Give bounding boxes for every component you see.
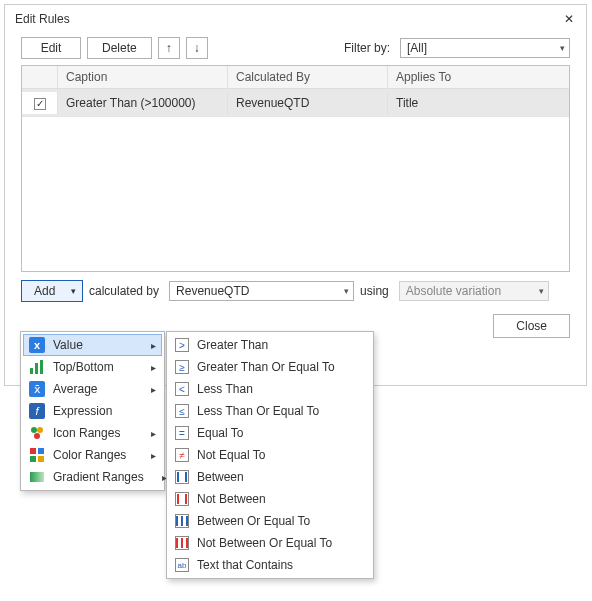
svg-rect-0 — [30, 368, 33, 374]
svg-rect-2 — [40, 360, 43, 374]
between-icon — [175, 470, 189, 484]
less-than-icon: < — [175, 382, 189, 396]
svg-rect-19 — [181, 538, 183, 548]
chevron-right-icon: ▸ — [151, 428, 156, 439]
greater-than-equal-icon: ≥ — [175, 360, 189, 374]
not-equal-icon: ≠ — [175, 448, 189, 462]
chevron-right-icon: ▸ — [151, 362, 156, 373]
svg-rect-12 — [185, 472, 187, 482]
svg-rect-14 — [185, 494, 187, 504]
grid-header-applies: Applies To — [388, 66, 569, 88]
using-label: using — [360, 284, 389, 298]
gradient-ranges-icon — [29, 469, 45, 485]
close-button[interactable]: Close — [493, 314, 570, 338]
delete-button[interactable]: Delete — [87, 37, 152, 59]
dialog-title: Edit Rules — [15, 12, 70, 26]
add-button[interactable]: Add ▾ — [21, 280, 83, 302]
row-calc: RevenueQTD — [228, 92, 388, 114]
menu-item-gradient-ranges[interactable]: Gradient Ranges ▸ — [23, 466, 162, 488]
chevron-down-icon: ▾ — [71, 286, 76, 296]
row-caption: Greater Than (>100000) — [58, 92, 228, 114]
expression-icon: f — [29, 403, 45, 419]
edit-button[interactable]: Edit — [21, 37, 81, 59]
submenu-not-equal-to[interactable]: ≠ Not Equal To — [169, 444, 371, 466]
svg-point-5 — [34, 433, 40, 439]
menu-item-average[interactable]: x̄ Average ▸ — [23, 378, 162, 400]
filter-by-value: [All] — [407, 41, 427, 55]
grid-header-calc: Calculated By — [228, 66, 388, 88]
greater-than-icon: > — [175, 338, 189, 352]
menu-item-expression[interactable]: f Expression — [23, 400, 162, 422]
svg-rect-13 — [177, 494, 179, 504]
checkbox-checked-icon[interactable]: ✓ — [34, 98, 46, 110]
calculated-by-select[interactable]: RevenueQTD ▾ — [169, 281, 354, 301]
row-checkbox-cell[interactable]: ✓ — [22, 92, 58, 114]
svg-rect-1 — [35, 363, 38, 374]
svg-rect-17 — [186, 516, 188, 526]
equal-icon: = — [175, 426, 189, 440]
row-applies: Title — [388, 92, 569, 114]
toolbar: Edit Delete ↑ ↓ Filter by: [All] ▾ — [5, 33, 586, 65]
add-menu: x Value ▸ Top/Bottom ▸ x̄ Average ▸ f Ex… — [20, 331, 165, 491]
move-up-button[interactable]: ↑ — [158, 37, 180, 59]
svg-rect-16 — [181, 516, 183, 526]
grid-header: Caption Calculated By Applies To — [22, 66, 569, 89]
chevron-right-icon: ▸ — [151, 340, 156, 351]
chevron-down-icon: ▾ — [560, 43, 565, 53]
svg-rect-10 — [30, 472, 44, 482]
submenu-not-between-or-equal[interactable]: Not Between Or Equal To — [169, 532, 371, 554]
calculated-by-value: RevenueQTD — [176, 284, 249, 298]
chevron-down-icon: ▾ — [344, 286, 349, 296]
submenu-less-than[interactable]: < Less Than — [169, 378, 371, 400]
filter-by-label: Filter by: — [344, 41, 390, 55]
menu-item-topbottom[interactable]: Top/Bottom ▸ — [23, 356, 162, 378]
svg-rect-11 — [177, 472, 179, 482]
menu-item-color-ranges[interactable]: Color Ranges ▸ — [23, 444, 162, 466]
grid-header-check — [22, 66, 58, 88]
filter-by-select[interactable]: [All] ▾ — [400, 38, 570, 58]
rules-grid: Caption Calculated By Applies To ✓ Great… — [21, 65, 570, 272]
svg-point-3 — [31, 427, 37, 433]
using-select: Absolute variation ▾ — [399, 281, 549, 301]
icon-ranges-icon — [29, 425, 45, 441]
submenu-equal-to[interactable]: = Equal To — [169, 422, 371, 444]
svg-rect-20 — [186, 538, 188, 548]
not-between-icon — [175, 492, 189, 506]
value-submenu: > Greater Than ≥ Greater Than Or Equal T… — [166, 331, 374, 579]
chevron-right-icon: ▸ — [151, 384, 156, 395]
chevron-right-icon: ▸ — [151, 450, 156, 461]
formula-row: Add ▾ calculated by RevenueQTD ▾ using A… — [5, 272, 586, 310]
add-button-label: Add — [34, 284, 55, 298]
submenu-between-or-equal[interactable]: Between Or Equal To — [169, 510, 371, 532]
svg-rect-9 — [38, 456, 44, 462]
svg-rect-6 — [30, 448, 36, 454]
svg-rect-7 — [38, 448, 44, 454]
less-than-equal-icon: ≤ — [175, 404, 189, 418]
submenu-greater-than[interactable]: > Greater Than — [169, 334, 371, 356]
submenu-between[interactable]: Between — [169, 466, 371, 488]
menu-item-value[interactable]: x Value ▸ — [23, 334, 162, 356]
svg-rect-15 — [176, 516, 178, 526]
edit-rules-dialog: Edit Rules ✕ Edit Delete ↑ ↓ Filter by: … — [4, 4, 587, 386]
grid-body: ✓ Greater Than (>100000) RevenueQTD Titl… — [22, 89, 569, 272]
close-icon[interactable]: ✕ — [560, 11, 578, 27]
value-icon: x — [29, 337, 45, 353]
calculated-by-label: calculated by — [89, 284, 159, 298]
using-value: Absolute variation — [406, 284, 501, 298]
chevron-down-icon: ▾ — [539, 286, 544, 296]
menu-item-icon-ranges[interactable]: Icon Ranges ▸ — [23, 422, 162, 444]
not-between-equal-icon — [175, 536, 189, 550]
text-contains-icon: ab — [175, 558, 189, 572]
submenu-less-than-or-equal[interactable]: ≤ Less Than Or Equal To — [169, 400, 371, 422]
table-row[interactable]: ✓ Greater Than (>100000) RevenueQTD Titl… — [22, 89, 569, 117]
submenu-text-contains[interactable]: ab Text that Contains — [169, 554, 371, 576]
move-down-button[interactable]: ↓ — [186, 37, 208, 59]
submenu-not-between[interactable]: Not Between — [169, 488, 371, 510]
between-equal-icon — [175, 514, 189, 528]
submenu-greater-than-or-equal[interactable]: ≥ Greater Than Or Equal To — [169, 356, 371, 378]
svg-rect-8 — [30, 456, 36, 462]
top-bottom-icon — [29, 359, 45, 375]
dialog-titlebar: Edit Rules ✕ — [5, 5, 586, 33]
grid-header-caption: Caption — [58, 66, 228, 88]
average-icon: x̄ — [29, 381, 45, 397]
